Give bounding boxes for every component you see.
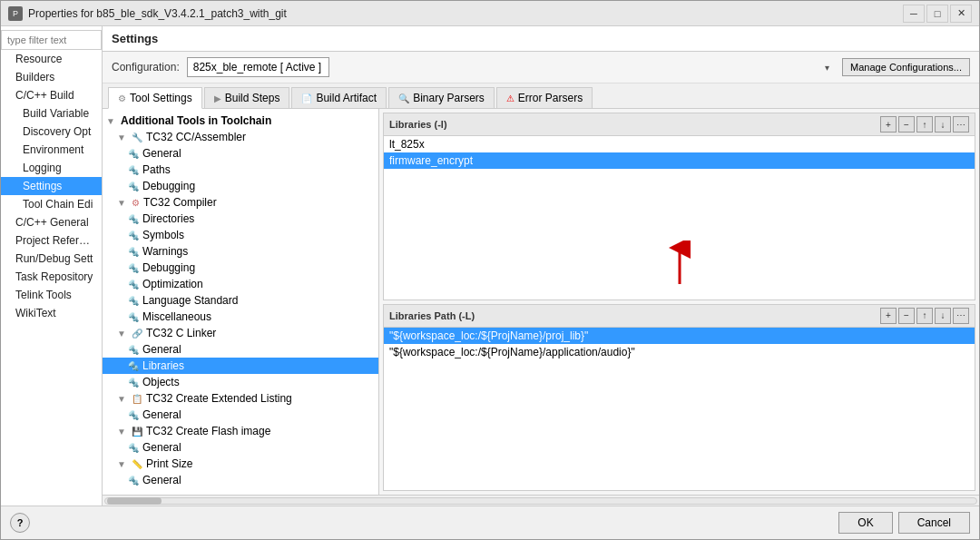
tree-item-symbols[interactable]: 🔩 Symbols [103,227,378,243]
tab-binary-parsers[interactable]: 🔍 Binary Parsers [388,87,495,108]
sidebar-item-cpp-general[interactable]: C/C++ General [1,213,102,231]
tree-item-debugging-asm[interactable]: 🔩 Debugging [103,178,378,194]
sidebar-item-cpp-build[interactable]: C/C++ Build [1,86,102,104]
tree-item-libraries[interactable]: 🔩 Libraries [103,358,378,374]
sidebar-item-run-debug[interactable]: Run/Debug Sett [1,250,102,268]
close-button[interactable]: ✕ [950,5,972,23]
tree-expand-icon: ▼ [117,459,130,469]
libraries-add-button[interactable]: + [880,116,897,133]
tree-item-tc32-compiler[interactable]: ▼ ⚙ TC32 Compiler [103,194,378,211]
tab-tool-settings[interactable]: ⚙ Tool Settings [108,87,202,109]
libpath-down-button[interactable]: ↓ [935,308,951,324]
libraries-more-button[interactable]: ⋯ [953,116,969,133]
tree-item-additional-tools[interactable]: ▼ Additional Tools in Toolchain [103,113,378,129]
scrollbar-track[interactable] [104,497,977,505]
tab-error-parsers[interactable]: ⚠ Error Parsers [496,87,593,108]
manage-configurations-button[interactable]: Manage Configurations... [842,58,970,76]
tree-item-optimization[interactable]: 🔩 Optimization [103,276,378,292]
libraries-remove-button[interactable]: − [898,116,915,133]
tree-expand-icon: ▼ [106,116,119,126]
tree-item-debugging-comp[interactable]: 🔩 Debugging [103,260,378,276]
libraries-up-button[interactable]: ↑ [916,116,933,133]
sidebar-item-builders[interactable]: Builders [1,68,102,86]
tree-item-print-size[interactable]: ▼ 📏 Print Size [103,456,378,472]
tab-build-steps[interactable]: ▶ Build Steps [204,87,290,108]
tree-item-warnings[interactable]: 🔩 Warnings [103,243,378,260]
sidebar-item-environment[interactable]: Environment [1,141,102,159]
libpath-up-button[interactable]: ↑ [916,308,933,324]
sidebar-item-settings[interactable]: Settings [1,177,102,195]
libraries-path-list: "${workspace_loc:/${ProjName}/proj_lib}"… [384,328,975,491]
tree-item-language-standard[interactable]: 🔩 Language Standard [103,292,378,309]
tree-expand-icon: ▼ [117,133,130,142]
sidebar-item-discovery-opt[interactable]: Discovery Opt [1,123,102,141]
libpath-row-proj-lib[interactable]: "${workspace_loc:/${ProjName}/proj_lib}" [384,328,975,344]
scrollbar-thumb[interactable] [107,497,162,505]
settings-panel: Settings Configuration: 825x_ble_remote … [103,26,979,506]
libraries-panel: Libraries (-l) + − ↑ ↓ ⋯ lt_825x fir [383,113,975,300]
filter-input[interactable] [1,30,102,50]
tree-leaf-icon: 🔩 [128,476,141,486]
tree-item-tc32-cc-assembler[interactable]: ▼ 🔧 TC32 CC/Assembler [103,129,378,145]
libraries-path-panel-tools: + − ↑ ↓ ⋯ [880,308,969,324]
tree-leaf-icon: 🔩 [128,443,141,453]
tree-item-paths[interactable]: 🔩 Paths [103,162,378,178]
sidebar: Resource Builders C/C++ Build Build Vari… [1,26,103,506]
library-row-firmware-encrypt[interactable]: firmware_encrypt [384,152,975,169]
tree-item-tc32-create-flash[interactable]: ▼ 💾 TC32 Create Flash image [103,423,378,439]
libpath-row-app-audio[interactable]: "${workspace_loc:/${ProjName}/applicatio… [384,344,975,360]
tree-item-general-print[interactable]: 🔩 General [103,472,378,488]
library-row-lt825x[interactable]: lt_825x [384,136,975,152]
sidebar-item-logging[interactable]: Logging [1,159,102,177]
tree-expand-icon: ▼ [117,427,130,437]
sidebar-item-toolchain-edi[interactable]: Tool Chain Edi [1,195,102,213]
maximize-button[interactable]: □ [926,5,948,23]
tree-item-general-extended[interactable]: 🔩 General [103,407,378,423]
tree-leaf-icon: 🔩 [128,149,141,159]
ok-button[interactable]: OK [838,512,892,534]
tree-leaf-icon: 🔩 [128,280,141,290]
tree-item-general-linker[interactable]: 🔩 General [103,341,378,358]
tree-item-general-asm[interactable]: 🔩 General [103,145,378,162]
minimize-button[interactable]: ─ [903,5,925,23]
window-controls: ─ □ ✕ [903,5,972,23]
sidebar-item-build-variables[interactable]: Build Variable [1,104,102,123]
libraries-list: lt_825x firmware_encrypt [384,136,975,233]
settings-body: ▼ Additional Tools in Toolchain ▼ 🔧 TC32… [103,109,979,495]
sidebar-item-task-repository[interactable]: Task Repository [1,268,102,286]
libraries-path-panel-header: Libraries Path (-L) + − ↑ ↓ ⋯ [384,305,975,328]
window-icon: P [8,6,23,21]
cancel-button[interactable]: Cancel [898,512,970,534]
tree-item-objects[interactable]: 🔩 Objects [103,374,378,390]
sidebar-item-wiki-text[interactable]: WikiText [1,304,102,322]
sidebar-item-resource[interactable]: Resource [1,50,102,68]
tree-item-general-flash[interactable]: 🔩 General [103,439,378,456]
arrow-up-indicator [384,233,975,299]
libraries-panel-tools: + − ↑ ↓ ⋯ [880,116,969,133]
horizontal-scrollbar[interactable] [103,495,979,506]
config-select[interactable]: 825x_ble_remote [ Active ] [187,57,329,77]
libraries-down-button[interactable]: ↓ [935,116,951,133]
tree-item-tc32-create-extended[interactable]: ▼ 📋 TC32 Create Extended Listing [103,390,378,407]
tree-leaf-icon: 🔩 [128,247,141,257]
tree-panel: ▼ Additional Tools in Toolchain ▼ 🔧 TC32… [103,109,379,495]
libpath-add-button[interactable]: + [880,308,897,324]
tree-leaf-icon: 🔩 [128,214,141,224]
libpath-remove-button[interactable]: − [898,308,915,324]
libpath-more-button[interactable]: ⋯ [953,308,969,324]
tree-leaf-icon: 🔩 [128,378,141,388]
libraries-panel-header: Libraries (-l) + − ↑ ↓ ⋯ [384,113,975,136]
tree-item-miscellaneous[interactable]: 🔩 Miscellaneous [103,309,378,325]
tab-build-artifact[interactable]: 📄 Build Artifact [291,87,387,108]
panels-area: Libraries (-l) + − ↑ ↓ ⋯ lt_825x fir [379,109,979,495]
config-label: Configuration: [112,61,180,74]
tree-leaf-icon: 🔩 [128,312,141,322]
tree-item-tc32-c-linker[interactable]: ▼ 🔗 TC32 C Linker [103,325,378,341]
tree-item-directories[interactable]: 🔩 Directories [103,211,378,227]
sidebar-item-telink-tools[interactable]: Telink Tools [1,286,102,304]
sidebar-item-project-references[interactable]: Project Referen… [1,231,102,250]
tree-leaf-icon: 🔩 [128,182,141,191]
config-bar: Configuration: 825x_ble_remote [ Active … [103,52,979,83]
help-button[interactable]: ? [10,513,30,533]
tree-leaf-icon: 🔩 [128,345,141,355]
